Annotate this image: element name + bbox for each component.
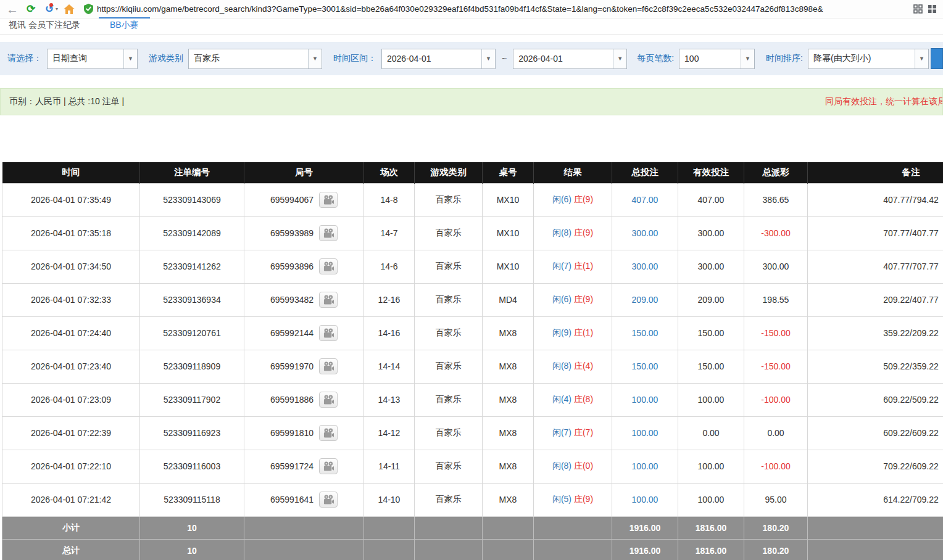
result-banker: 庄(1) xyxy=(574,327,593,337)
cell-session: 14-16 xyxy=(364,316,415,350)
sort-select[interactable]: 降幂(由大到小) ▼ xyxy=(808,49,929,69)
undo-button[interactable]: ↺ ▾ xyxy=(42,2,58,17)
cell-bet-number: 523309117902 xyxy=(140,383,244,416)
total-bet-link[interactable]: 100.00 xyxy=(632,395,658,405)
video-camera-icon[interactable] xyxy=(319,492,338,508)
home-icon[interactable] xyxy=(62,2,77,17)
total-bet-link[interactable]: 150.00 xyxy=(632,328,658,338)
video-camera-icon[interactable] xyxy=(319,192,338,208)
apps-grid-icon[interactable] xyxy=(928,4,937,14)
cell-result: 闲(5) 庄(9) xyxy=(534,483,612,516)
cell-round-number: 695993482 xyxy=(244,283,364,316)
address-bar[interactable]: https://kiqiiu.com/game/betrecord_search… xyxy=(80,2,910,17)
result-banker: 庄(1) xyxy=(574,261,593,271)
total-bet-link[interactable]: 407.00 xyxy=(632,195,658,205)
chevron-down-icon[interactable]: ▼ xyxy=(123,49,137,68)
video-camera-icon[interactable] xyxy=(319,425,338,441)
browser-chrome: ← ⟳ ↺ ▾ https://kiqiiu.com/game/betrecor… xyxy=(0,0,943,19)
cell-game-type: 百家乐 xyxy=(415,183,483,216)
valid-bet-note: 同局有效投注，统一计算在该局 xyxy=(825,96,943,107)
chevron-down-icon[interactable]: ▼ xyxy=(308,49,322,68)
total-bet-link[interactable]: 100.00 xyxy=(632,428,658,438)
column-header: 总派彩 xyxy=(744,162,808,183)
game-type-value: 百家乐 xyxy=(189,49,308,68)
cell-game-type: 百家乐 xyxy=(415,250,483,283)
video-camera-icon[interactable] xyxy=(319,392,338,408)
cell-game-type: 百家乐 xyxy=(415,350,483,383)
payout-value: -150.00 xyxy=(761,361,790,371)
cell-bet-number: 523309142089 xyxy=(140,216,244,250)
records-table-head-row: 时间注单编号局号场次游戏类别桌号结果总投注有效投注总派彩备注 xyxy=(2,162,943,183)
cell-table-number: MX10 xyxy=(483,216,534,250)
video-camera-icon[interactable] xyxy=(319,358,338,374)
video-camera-icon[interactable] xyxy=(319,292,338,308)
cell-note: 709.22/609.22 xyxy=(808,450,943,483)
chevron-down-icon[interactable]: ▼ xyxy=(741,49,754,68)
search-button[interactable] xyxy=(931,48,943,69)
cell-time: 2026-04-01 07:21:42 xyxy=(2,483,140,516)
cell-session: 12-16 xyxy=(364,283,415,316)
cell-session: 14-7 xyxy=(364,216,415,250)
cell-total-bet: 100.00 xyxy=(612,416,678,450)
cell-note: 407.77/707.77 xyxy=(808,250,943,283)
video-camera-icon[interactable] xyxy=(319,325,338,341)
total-bet-link[interactable]: 209.00 xyxy=(632,295,658,305)
video-camera-icon[interactable] xyxy=(319,458,338,474)
cell-time: 2026-04-01 07:24:40 xyxy=(2,316,140,350)
video-camera-icon[interactable] xyxy=(319,225,338,241)
chevron-down-icon[interactable]: ▼ xyxy=(613,49,626,68)
chevron-down-icon[interactable]: ▾ xyxy=(56,6,58,12)
cell-time: 2026-04-01 07:34:50 xyxy=(2,250,140,283)
footer-cell: 10 xyxy=(140,539,244,560)
url-text[interactable]: https://kiqiiu.com/game/betrecord_search… xyxy=(97,4,823,14)
tab-bb-game[interactable]: BB小赛 xyxy=(99,17,150,34)
cell-session: 14-12 xyxy=(364,416,415,450)
chevron-down-icon[interactable]: ▼ xyxy=(481,49,495,68)
notification-dot xyxy=(49,3,53,7)
payout-value: -100.00 xyxy=(761,395,790,405)
cell-valid-bet: 300.00 xyxy=(678,216,744,250)
result-player: 闲(4) xyxy=(552,394,571,404)
table-row: 2026-04-01 07:21:42523309115118695991641… xyxy=(2,483,943,516)
back-icon[interactable]: ← xyxy=(5,2,20,17)
cell-table-number: MX8 xyxy=(483,483,534,516)
reload-icon[interactable]: ⟳ xyxy=(23,2,38,17)
cell-round-number: 695991810 xyxy=(244,416,364,450)
table-row: 2026-04-01 07:24:40523309120761695992144… xyxy=(2,316,943,350)
query-mode-select[interactable]: 日期查询 ▼ xyxy=(47,49,138,69)
cell-bet-number: 523309116003 xyxy=(140,450,244,483)
total-bet-link[interactable]: 100.00 xyxy=(632,495,658,504)
cell-time: 2026-04-01 07:32:33 xyxy=(2,283,140,316)
date-from-select[interactable]: 2026-04-01 ▼ xyxy=(381,49,496,69)
table-row: 2026-04-01 07:35:49523309143069695994067… xyxy=(2,183,943,216)
total-bet-link[interactable]: 300.00 xyxy=(632,228,658,238)
date-to-value: 2026-04-01 xyxy=(513,49,613,68)
cell-time: 2026-04-01 07:23:09 xyxy=(2,383,140,416)
column-header: 局号 xyxy=(244,162,364,183)
extension-grid-icon[interactable] xyxy=(913,4,923,14)
cell-payout: -100.00 xyxy=(744,450,808,483)
cell-session: 14-10 xyxy=(364,483,415,516)
video-camera-icon[interactable] xyxy=(319,258,338,274)
cell-time: 2026-04-01 07:35:49 xyxy=(2,183,140,216)
select-label: 请选择： xyxy=(7,53,42,64)
total-bet-link[interactable]: 150.00 xyxy=(632,361,658,371)
cell-table-number: MX8 xyxy=(483,416,534,450)
cell-game-type: 百家乐 xyxy=(415,383,483,416)
security-shield-icon[interactable] xyxy=(84,4,93,14)
cell-note: 359.22/209.22 xyxy=(808,316,943,350)
round-number: 695993989 xyxy=(270,228,314,238)
result-banker: 庄(9) xyxy=(574,294,593,304)
chevron-down-icon[interactable]: ▼ xyxy=(915,49,928,68)
game-type-select[interactable]: 百家乐 ▼ xyxy=(188,49,322,69)
tab-video-member-bet-record[interactable]: 视讯 会员下注纪录 xyxy=(6,18,89,34)
cell-note: 707.77/407.77 xyxy=(808,216,943,250)
payout-value: -100.00 xyxy=(761,461,790,471)
total-bet-link[interactable]: 100.00 xyxy=(632,461,658,471)
payout-value: 95.00 xyxy=(765,495,786,504)
cell-table-number: MD4 xyxy=(483,283,534,316)
footer-cell xyxy=(808,516,943,539)
page-size-select[interactable]: 100 ▼ xyxy=(679,49,755,69)
total-bet-link[interactable]: 300.00 xyxy=(632,261,658,271)
date-to-select[interactable]: 2026-04-01 ▼ xyxy=(513,49,627,69)
